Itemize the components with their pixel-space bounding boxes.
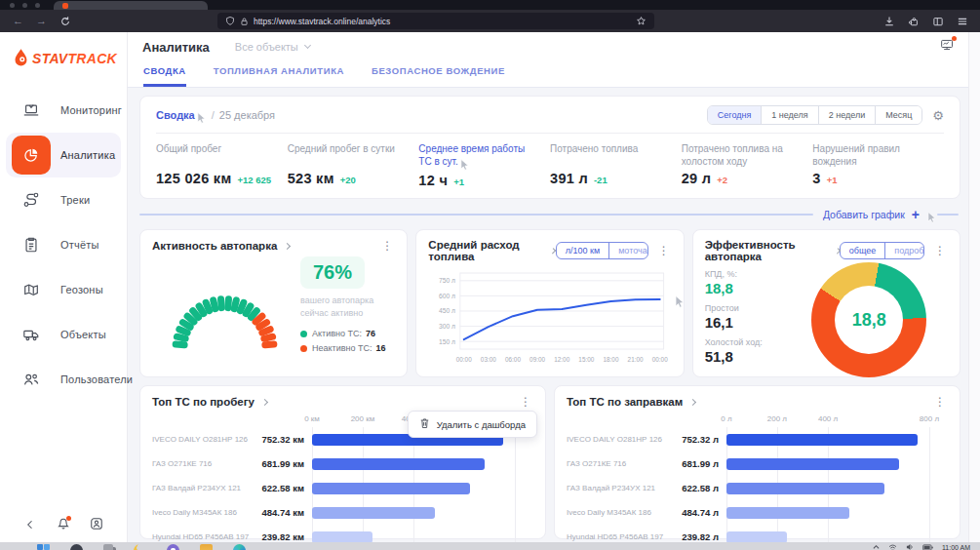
windows-start-icon[interactable] <box>37 544 50 550</box>
trash-icon <box>419 417 430 431</box>
svg-text:03:00: 03:00 <box>481 356 496 363</box>
wifi-icon[interactable] <box>888 544 897 550</box>
objects-filter-dropdown[interactable]: Все объекты <box>235 41 310 53</box>
file-explorer-icon[interactable] <box>200 544 213 550</box>
cursor-icon <box>927 210 937 227</box>
toggle-button[interactable]: моточасы <box>608 243 647 258</box>
card-title: Активность автопарка <box>152 240 277 252</box>
toggle-button[interactable]: общее <box>841 243 884 258</box>
sidebar-item-tracks[interactable]: Треки <box>0 177 127 222</box>
reload-button[interactable] <box>59 16 71 27</box>
screen: ← → https://www.stavtrack.online/analyti… <box>0 0 980 550</box>
downloads-icon[interactable] <box>883 16 895 27</box>
brand-logo[interactable]: STAVTRACK <box>13 48 127 68</box>
vehicle-bar-row[interactable]: Hyundai HD65 Р456АВ 197239.82 л <box>567 525 948 542</box>
sidebar-item-objects[interactable]: Объекты <box>0 312 127 357</box>
vehicle-bar-row[interactable]: Iveco Daily М345АК 186484.74 км <box>152 500 533 525</box>
browser-app-icon[interactable] <box>233 544 246 550</box>
brand-text-track: TRACK <box>67 51 117 66</box>
sidebar-item-analytics[interactable]: Аналитика <box>6 133 121 177</box>
tab-summary[interactable]: СВОДКА <box>143 65 186 87</box>
add-chart-link[interactable]: Добавить график <box>823 209 905 220</box>
taskbar-app-icon[interactable] <box>134 544 146 550</box>
taskbar-search-icon[interactable] <box>70 544 83 550</box>
gauge-legend: Активно ТС:76Неактивно ТС:16 <box>300 329 395 353</box>
bar <box>726 531 787 543</box>
kebab-menu-icon[interactable]: ⋮ <box>379 239 395 253</box>
sidebar-toggle-icon[interactable] <box>932 16 944 27</box>
range-button[interactable]: Месяц <box>875 106 921 124</box>
tab-safe-driving[interactable]: БЕЗОПАСНОЕ ВОЖДЕНИЕ <box>372 65 505 87</box>
kebab-menu-icon[interactable]: ⋮ <box>518 395 533 409</box>
tray-expand-icon[interactable] <box>873 544 880 550</box>
sidebar-item-monitoring[interactable]: Мониторинг <box>0 88 127 133</box>
range-button[interactable]: Сегодня <box>708 106 762 124</box>
browser-tab[interactable] <box>54 1 208 10</box>
efficiency-donut-chart: 18,8 <box>811 262 926 377</box>
vehicle-bar-row[interactable]: ГАЗ О271КЕ 716681.99 км <box>152 452 533 476</box>
kebab-menu-icon[interactable]: ⋮ <box>656 244 672 257</box>
shield-icon[interactable] <box>225 16 235 26</box>
vehicle-bar-row[interactable]: Hyundai HD65 Р456АВ 197239.82 км <box>152 525 533 542</box>
url-text[interactable]: https://www.stavtrack.online/analytics <box>254 17 631 26</box>
menu-icon[interactable] <box>957 16 968 27</box>
kebab-menu-icon[interactable]: ⋮ <box>932 244 948 257</box>
battery-icon[interactable] <box>922 544 933 550</box>
fleet-activity-gauge <box>152 256 298 362</box>
vehicle-label: ГАЗ Валдай Р234УХ 121 <box>567 484 664 492</box>
sidebar: STAVTRACK МониторингАналитикаТрекиОтчёты… <box>0 32 128 542</box>
chevron-right-icon[interactable] <box>689 398 696 405</box>
taskbar-clock[interactable]: 11:00 AM <box>942 544 970 550</box>
range-button[interactable]: 2 недели <box>818 106 876 124</box>
delete-from-dashboard-menu[interactable]: Удалить с дашборда <box>408 411 537 438</box>
svg-text:00:00: 00:00 <box>652 356 668 363</box>
card-title: Эффективность автопарка <box>705 239 828 262</box>
gear-icon[interactable]: ⚙ <box>932 108 944 123</box>
chevron-right-icon[interactable] <box>284 242 291 249</box>
bar <box>312 507 435 519</box>
url-bar[interactable]: https://www.stavtrack.online/analytics <box>217 13 654 29</box>
window-button[interactable] <box>35 3 40 8</box>
range-button[interactable]: 1 неделя <box>761 106 817 124</box>
window-button[interactable] <box>10 3 15 8</box>
profile-icon[interactable] <box>90 517 103 534</box>
card-title: Средний расход топлива <box>428 239 543 262</box>
summary-breadcrumb-link[interactable]: Сводка <box>156 109 195 121</box>
back-button[interactable]: ← <box>13 16 23 26</box>
volume-icon[interactable] <box>906 543 914 550</box>
toggle-button[interactable]: подробно <box>884 243 924 258</box>
window-button[interactable] <box>22 3 27 8</box>
plus-icon[interactable]: + <box>912 207 920 222</box>
chevron-right-icon[interactable] <box>261 398 268 405</box>
vehicle-bar-row[interactable]: Iveco Daily М345АК 186484.74 л <box>567 500 948 525</box>
sidebar-item-users[interactable]: Пользователи <box>0 357 127 402</box>
page-scrollbar-gutter[interactable] <box>968 32 980 542</box>
fuel-consumption-card: Средний расход топлива л/100 кммоточасы … <box>415 229 684 377</box>
notifications-bell-icon[interactable] <box>57 517 70 534</box>
toggle-button[interactable]: л/100 км <box>557 243 608 258</box>
cursor-icon <box>675 295 686 312</box>
extensions-icon[interactable] <box>908 16 920 27</box>
fuel-unit-toggle: л/100 кммоточасы <box>556 242 648 259</box>
bookmark-star-icon[interactable] <box>636 16 647 26</box>
sidebar-item-geozones[interactable]: Геозоны <box>0 267 127 312</box>
refuel-bar-chart: IVECO DAILY О281НР 126752.32 лГАЗ О271КЕ… <box>567 427 948 542</box>
forward-button[interactable]: → <box>36 16 47 26</box>
sidebar-item-reports[interactable]: Отчёты <box>0 222 127 267</box>
vehicle-bar-row[interactable]: ГАЗ О271КЕ 716681.99 л <box>567 452 948 476</box>
svg-text:21:00: 21:00 <box>628 356 644 363</box>
bar <box>726 434 918 446</box>
vehicle-bar-row[interactable]: IVECO DAILY О281НР 126752.32 л <box>567 427 948 452</box>
delete-menu-label: Удалить с дашборда <box>437 419 526 430</box>
vehicle-bar-row[interactable]: ГАЗ Валдай Р234УХ 121622.58 км <box>152 476 533 500</box>
task-view-icon[interactable] <box>103 544 113 550</box>
window-controls[interactable] <box>10 3 40 8</box>
dashboard-alerts-icon[interactable] <box>940 38 955 56</box>
vehicle-bar-row[interactable]: ГАЗ Валдай Р234УХ 121622.58 л <box>567 476 948 500</box>
x-axis-ticks: 0 л200 л400 л800 л <box>726 412 942 427</box>
collapse-sidebar-icon[interactable] <box>23 517 37 534</box>
kebab-menu-icon[interactable]: ⋮ <box>932 395 948 409</box>
summary-stat[interactable]: Среднее время работы ТС в сут.12 ч+1 <box>418 142 550 188</box>
taskbar-app-icon[interactable] <box>167 544 179 550</box>
tab-fuel-analytics[interactable]: ТОПЛИВНАЯ АНАЛИТИКА <box>214 65 344 87</box>
